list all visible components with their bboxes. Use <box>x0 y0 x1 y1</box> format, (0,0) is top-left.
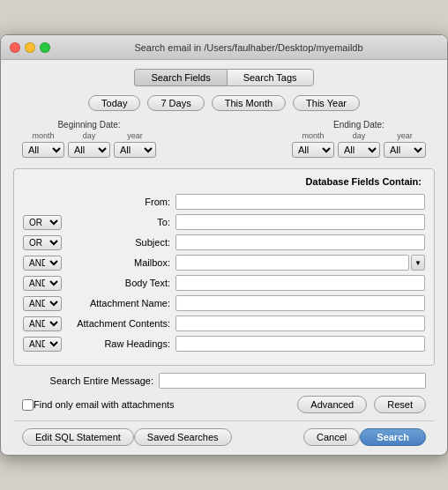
attachments-checkbox[interactable] <box>22 399 34 411</box>
main-window: Search email in /Users/faulhaber/Desktop… <box>0 34 448 456</box>
ending-year-label: year <box>397 131 413 140</box>
ending-month-label: month <box>302 131 324 140</box>
7days-button[interactable]: 7 Days <box>147 95 204 111</box>
attachment-contents-operator-select[interactable]: ANDORNOT <box>23 316 62 331</box>
beginning-year-col: year All20202021202220232024 <box>114 131 156 158</box>
traffic-lights <box>10 42 50 53</box>
mailbox-operator-select[interactable]: ANDORNOT <box>23 256 62 271</box>
attachment-name-operator-select[interactable]: ANDORNOT <box>23 296 62 311</box>
raw-headings-input[interactable] <box>175 336 425 352</box>
from-input[interactable] <box>175 194 425 210</box>
ending-year-col: year All20202021202220232024 <box>384 131 426 158</box>
ending-month-col: month AllJanFebMar AprMayJunJul AugSepOc… <box>292 131 334 158</box>
raw-headings-operator-select[interactable]: ANDORNOT <box>23 337 62 352</box>
subject-input[interactable] <box>175 234 425 250</box>
search-button[interactable]: Search <box>360 428 426 446</box>
attachment-contents-label: Attachment Contents: <box>65 318 175 329</box>
entire-message-row: Search Entire Message: <box>13 373 435 389</box>
ending-date-group: Ending Date: month AllJanFebMar AprMayJu… <box>292 120 426 158</box>
body-text-input[interactable] <box>175 275 425 291</box>
entire-message-input[interactable] <box>159 373 426 389</box>
to-operator-select[interactable]: ORANDNOT <box>23 215 62 230</box>
bottom-row: Edit SQL Statement Saved Searches Cancel… <box>13 420 435 446</box>
today-button[interactable]: Today <box>88 95 140 111</box>
checkbox-group: Find only email with attachments <box>22 399 175 411</box>
attachments-label: Find only email with attachments <box>34 399 175 410</box>
attachment-contents-input[interactable] <box>175 316 425 331</box>
attachment-name-field-row: ANDORNOT Attachment Name: <box>23 295 425 311</box>
to-field-row: ORANDNOT To: <box>23 214 425 230</box>
ending-day-label: day <box>353 131 366 140</box>
advanced-reset-group: Advanced Reset <box>297 396 426 413</box>
tab-search-fields[interactable]: Search Fields <box>134 69 226 86</box>
ending-month-select[interactable]: AllJanFebMar AprMayJunJul AugSepOctNovDe… <box>292 142 334 158</box>
mailbox-dropdown-button[interactable]: ▼ <box>411 255 425 271</box>
beginning-date-label: Beginning Date: <box>22 120 156 130</box>
this-year-button[interactable]: This Year <box>293 95 360 111</box>
attachment-contents-field-row: ANDORNOT Attachment Contents: <box>23 316 425 331</box>
raw-headings-label: Raw Headings: <box>65 338 175 349</box>
tab-bar: Search Fields Search Tags <box>13 69 435 86</box>
maximize-button[interactable] <box>40 42 50 53</box>
beginning-month-select[interactable]: AllJanFebMar AprMayJunJul AugSepOctNovDe… <box>22 142 64 158</box>
minimize-button[interactable] <box>25 42 35 53</box>
from-field-row: From: <box>23 194 425 210</box>
beginning-date-group: Beginning Date: month AllJanFebMar AprMa… <box>22 120 156 158</box>
body-text-field-row: ANDORNOT Body Text: <box>23 275 425 291</box>
beginning-year-label: year <box>127 131 143 140</box>
beginning-day-select[interactable]: All123 <box>68 142 110 158</box>
saved-searches-button[interactable]: Saved Searches <box>134 428 232 446</box>
title-bar: Search email in /Users/faulhaber/Desktop… <box>1 35 447 60</box>
ending-year-select[interactable]: All20202021202220232024 <box>384 142 426 158</box>
edit-sql-button[interactable]: Edit SQL Statement <box>22 428 134 446</box>
subject-label: Subject: <box>65 237 175 248</box>
this-month-button[interactable]: This Month <box>212 95 286 111</box>
date-range-row: Beginning Date: month AllJanFebMar AprMa… <box>13 120 435 158</box>
mailbox-field-row: ANDORNOT Mailbox: ▼ <box>23 255 425 271</box>
attachment-name-label: Attachment Name: <box>65 298 175 308</box>
close-button[interactable] <box>10 42 20 53</box>
subject-field-row: ORANDNOT Subject: <box>23 234 425 250</box>
to-label: To: <box>65 217 175 227</box>
db-fields-title: Database Fields Contain: <box>23 176 425 187</box>
tab-search-tags[interactable]: Search Tags <box>227 69 314 86</box>
from-label: From: <box>65 197 175 207</box>
ending-day-col: day All123 <box>338 131 380 158</box>
window-title: Search email in /Users/faulhaber/Desktop… <box>59 42 438 53</box>
beginning-month-label: month <box>32 131 54 140</box>
beginning-year-select[interactable]: All20202021202220232024 <box>114 142 156 158</box>
reset-button[interactable]: Reset <box>374 396 426 413</box>
quick-date-buttons: Today 7 Days This Month This Year <box>13 95 435 111</box>
entire-message-label: Search Entire Message: <box>22 375 159 386</box>
attachment-name-input[interactable] <box>175 295 425 311</box>
raw-headings-field-row: ANDORNOT Raw Headings: <box>23 336 425 352</box>
beginning-day-label: day <box>83 131 96 140</box>
advanced-button[interactable]: Advanced <box>297 396 367 413</box>
db-fields-section: Database Fields Contain: From: ORANDNOT … <box>13 168 435 366</box>
content-area: Search Fields Search Tags Today 7 Days T… <box>1 60 447 455</box>
ending-day-select[interactable]: All123 <box>338 142 380 158</box>
cancel-button[interactable]: Cancel <box>303 428 360 446</box>
body-text-operator-select[interactable]: ANDORNOT <box>23 276 62 291</box>
beginning-day-col: day All123 <box>68 131 110 158</box>
to-input[interactable] <box>175 214 425 230</box>
mailbox-input-wrap: ▼ <box>175 255 425 271</box>
beginning-month-col: month AllJanFebMar AprMayJunJul AugSepOc… <box>22 131 64 158</box>
checkbox-action-row: Find only email with attachments Advance… <box>13 396 435 413</box>
ending-date-label: Ending Date: <box>292 120 426 130</box>
beginning-date-selects: month AllJanFebMar AprMayJunJul AugSepOc… <box>22 131 156 158</box>
body-text-label: Body Text: <box>65 278 175 288</box>
ending-date-selects: month AllJanFebMar AprMayJunJul AugSepOc… <box>292 131 426 158</box>
mailbox-input[interactable] <box>175 255 409 271</box>
subject-operator-select[interactable]: ORANDNOT <box>23 235 62 250</box>
mailbox-label: Mailbox: <box>65 257 175 268</box>
